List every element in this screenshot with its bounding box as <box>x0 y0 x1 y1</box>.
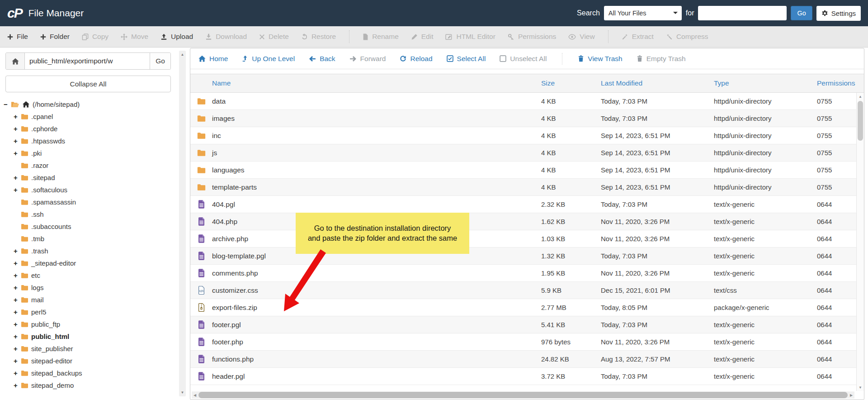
folder-row-languages[interactable]: languages4 KBSep 14, 2023, 6:51 PMhttpd/… <box>190 162 864 179</box>
horizontal-scroll-thumb[interactable] <box>198 392 848 398</box>
tree-expander-icon[interactable]: + <box>14 271 21 279</box>
path-input[interactable] <box>25 53 150 69</box>
tree-item-trash[interactable]: +.trash <box>0 245 179 257</box>
tree-item-perl5[interactable]: +perl5 <box>0 306 179 318</box>
file-row-404-php[interactable]: 404.php1.62 KBNov 11, 2020, 3:26 PMtext/… <box>190 213 864 230</box>
vertical-scrollbar[interactable]: ▲ ▼ <box>856 93 864 391</box>
search-scope-select[interactable]: All Your Files <box>604 6 682 20</box>
column-header-name[interactable]: Name <box>212 79 541 87</box>
file-row-footer-php[interactable]: footer.php976 bytesNov 11, 2020, 3:26 PM… <box>190 333 864 351</box>
search-go-button[interactable]: Go <box>791 6 812 20</box>
tree-expander-icon[interactable]: + <box>14 186 21 194</box>
cell-type: text/x-generic <box>714 338 817 346</box>
folder-icon <box>197 132 206 139</box>
tree-item-tmb[interactable]: .tmb <box>0 233 179 245</box>
tree-expander-icon[interactable]: + <box>14 308 21 316</box>
tree-item-cpanel[interactable]: +.cpanel <box>0 110 179 123</box>
nav-reload-button[interactable]: Reload <box>400 55 432 63</box>
tree-expander-icon[interactable]: + <box>14 345 21 352</box>
settings-button[interactable]: Settings <box>816 6 861 21</box>
scroll-right-icon[interactable]: ▶ <box>848 391 854 399</box>
file-row-archive-php[interactable]: archive.php1.03 KBNov 11, 2020, 3:26 PMt… <box>190 230 864 248</box>
tree-item-pki[interactable]: +.pki <box>0 147 179 159</box>
search-input[interactable] <box>698 6 787 20</box>
tree-scroll-up-icon[interactable]: ▲ <box>179 51 186 58</box>
file-row-comments-php[interactable]: comments.php1.95 KBNov 11, 2020, 3:26 PM… <box>190 265 864 282</box>
tree-item-sitepad-editor[interactable]: +sitepad-editor <box>0 355 179 367</box>
tree-scrollbar[interactable]: ▲ ▼ <box>179 51 186 396</box>
vertical-scroll-thumb[interactable] <box>858 101 863 141</box>
tree-expander-icon[interactable]: − <box>4 100 11 108</box>
tree-item-ssh[interactable]: .ssh <box>0 208 179 220</box>
tree-expander-icon[interactable]: + <box>14 113 21 120</box>
file-row-functions-php[interactable]: functions.php24.82 KBAug 13, 2022, 7:57 … <box>190 351 864 368</box>
tree-expander-icon[interactable]: + <box>14 357 21 365</box>
tree-item-label: .razor <box>31 162 48 169</box>
tree-item-mail[interactable]: +mail <box>0 294 179 306</box>
row-icon-cell <box>190 200 212 209</box>
nav-label: Back <box>320 55 335 63</box>
column-header-type[interactable]: Type <box>714 79 817 87</box>
file-row-404-pgl[interactable]: 404.pgl2.32 KBToday, 7:03 PMtext/x-gener… <box>190 196 864 213</box>
tree-item-sitepad-backups[interactable]: +sitepad_backups <box>0 367 179 379</box>
tree-scroll-down-icon[interactable]: ▼ <box>179 389 186 396</box>
tree-item-subaccounts[interactable]: .subaccounts <box>0 220 179 233</box>
column-header-size[interactable]: Size <box>541 79 601 87</box>
tree-item-sitepad[interactable]: +.sitepad <box>0 171 179 184</box>
file-row-export-files-zip[interactable]: export-files.zip2.77 MBToday, 8:05 PMpac… <box>190 299 864 316</box>
folder-row-images[interactable]: images4 KBToday, 7:03 PMhttpd/unix-direc… <box>190 110 864 127</box>
tree-expander-icon[interactable]: + <box>14 125 21 133</box>
folder-row-inc[interactable]: inc4 KBSep 14, 2023, 6:51 PMhttpd/unix-d… <box>190 127 864 144</box>
tree-item-home-sitepad[interactable]: −(/home/sitepad) <box>0 98 179 110</box>
tree-item-sitepad-editor[interactable]: +_sitepad-editor <box>0 257 179 269</box>
folder-row-js[interactable]: js4 KBSep 14, 2023, 6:51 PMhttpd/unix-di… <box>190 144 864 162</box>
file-row-header-pgl[interactable]: header.pgl3.72 KBToday, 7:03 PMtext/x-ge… <box>190 368 864 385</box>
toolbar-file-button[interactable]: File <box>7 33 28 41</box>
scroll-left-icon[interactable]: ◀ <box>192 391 198 399</box>
toolbar-folder-button[interactable]: Folder <box>40 33 70 41</box>
tree-expander-icon[interactable]: + <box>14 296 21 304</box>
tree-item-etc[interactable]: +etc <box>0 269 179 281</box>
tree-expander-icon[interactable]: + <box>14 369 21 377</box>
tree-item-spamassassin[interactable]: .spamassassin <box>0 196 179 208</box>
folder-row-template-parts[interactable]: template-parts4 KBSep 14, 2023, 6:51 PMh… <box>190 179 864 196</box>
collapse-all-button[interactable]: Collapse All <box>5 76 171 92</box>
tree-item-razor[interactable]: .razor <box>0 159 179 171</box>
tree-item-logs[interactable]: +logs <box>0 281 179 294</box>
column-header-last-modified[interactable]: Last Modified <box>601 79 714 87</box>
column-header-permissions[interactable]: Permissions <box>817 79 864 87</box>
nav-select-all-button[interactable]: Select All <box>447 55 486 63</box>
tree-expander-icon[interactable]: + <box>14 149 21 157</box>
file-row-blog-template-pgl[interactable]: blog-template.pgl1.32 KBToday, 7:03 PMte… <box>190 248 864 265</box>
scroll-down-icon[interactable]: ▼ <box>857 384 864 391</box>
tree-item-site-publisher[interactable]: +site_publisher <box>0 343 179 355</box>
tree-folder-icon <box>21 248 28 254</box>
nav-up-one-level-button[interactable]: Up One Level <box>242 55 295 63</box>
tree-expander-icon[interactable]: + <box>14 320 21 328</box>
nav-back-button[interactable]: Back <box>309 55 335 63</box>
toolbar-upload-button[interactable]: Upload <box>160 33 193 41</box>
path-home-button[interactable] <box>6 53 25 69</box>
toolbar-separator <box>608 30 609 43</box>
tree-expander-icon[interactable]: + <box>14 247 21 255</box>
tree-expander-icon[interactable]: + <box>14 137 21 145</box>
tree-item-sitepad-demo[interactable]: +sitepad_demo <box>0 379 179 391</box>
folder-row-data[interactable]: data4 KBToday, 7:03 PMhttpd/unix-directo… <box>190 93 864 110</box>
tree-expander-icon[interactable]: + <box>14 259 21 267</box>
nav-view-trash-button[interactable]: View Trash <box>578 55 622 63</box>
path-go-button[interactable]: Go <box>150 53 170 69</box>
tree-expander-icon[interactable]: + <box>14 174 21 181</box>
nav-home-button[interactable]: Home <box>198 55 228 63</box>
horizontal-scrollbar[interactable]: ◀ ▶ <box>192 391 854 399</box>
tree-item-softaculous[interactable]: +.softaculous <box>0 184 179 196</box>
file-row-customizer-css[interactable]: customizer.css5.9 KBDec 15, 2021, 6:01 P… <box>190 282 864 299</box>
file-row-footer-pgl[interactable]: footer.pgl5.41 KBToday, 7:03 PMtext/x-ge… <box>190 316 864 333</box>
tree-item-cphorde[interactable]: +.cphorde <box>0 123 179 135</box>
tree-expander-icon[interactable]: + <box>14 381 21 389</box>
tree-expander-icon[interactable]: + <box>14 333 21 340</box>
tree-item-htpasswds[interactable]: +.htpasswds <box>0 135 179 147</box>
scroll-up-icon[interactable]: ▲ <box>857 93 864 100</box>
tree-expander-icon[interactable]: + <box>14 284 21 291</box>
tree-item-public-html[interactable]: +public_html <box>0 330 179 343</box>
tree-item-public-ftp[interactable]: +public_ftp <box>0 318 179 330</box>
